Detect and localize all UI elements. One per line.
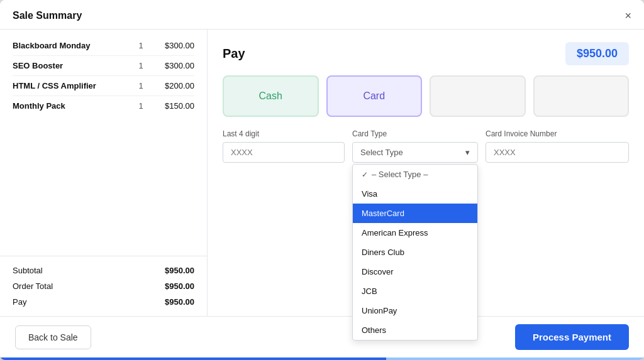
invoice-group: Card Invoice Number <box>486 129 629 163</box>
subtotal-value: $950.00 <box>165 266 194 275</box>
cash-method-button[interactable]: Cash <box>223 75 319 117</box>
cash-label: Cash <box>259 90 282 102</box>
chevron-down-icon: ▾ <box>465 148 470 157</box>
sidebar-footer: Subtotal $950.00 Order Total $950.00 Pay… <box>0 256 207 316</box>
item-qty: 1 <box>131 81 150 90</box>
invoice-label: Card Invoice Number <box>486 129 629 138</box>
pay-title: Pay <box>223 46 245 61</box>
sidebar: Blackboard Monday 1 $300.00 SEO Booster … <box>0 30 208 316</box>
last4-input[interactable] <box>223 142 345 163</box>
table-row: HTML / CSS Amplifier 1 $200.00 <box>13 76 194 96</box>
modal-footer: Back to Sale Process Payment <box>0 316 644 357</box>
item-name: HTML / CSS Amplifier <box>13 81 131 90</box>
item-qty: 1 <box>131 41 150 50</box>
modal-body: Blackboard Monday 1 $300.00 SEO Booster … <box>0 30 644 316</box>
method4-button[interactable] <box>533 75 630 117</box>
order-total-label: Order Total <box>13 281 53 291</box>
invoice-input[interactable] <box>486 142 629 163</box>
item-qty: 1 <box>131 61 150 70</box>
dropdown-item-discover[interactable]: Discover <box>353 262 477 281</box>
cardtype-label: Card Type <box>352 129 478 138</box>
dropdown-item-amex[interactable]: American Express <box>353 223 477 243</box>
subtotal-row: Subtotal $950.00 <box>13 263 194 278</box>
modal: Sale Summary × Blackboard Monday 1 $300.… <box>0 0 644 360</box>
dropdown-item-others[interactable]: Others <box>353 320 477 340</box>
dropdown-item-diners[interactable]: Diners Club <box>353 243 477 262</box>
cardtype-selected-label: Select Type <box>360 148 403 157</box>
dropdown-item-visa[interactable]: Visa <box>353 184 477 204</box>
card-method-button[interactable]: Card <box>326 75 423 117</box>
dropdown-item-mastercard[interactable]: MasterCard <box>353 204 477 223</box>
item-name: Blackboard Monday <box>13 41 131 50</box>
item-name: Monthly Pack <box>13 101 131 111</box>
item-name: SEO Booster <box>13 61 131 70</box>
table-row: Monthly Pack 1 $150.00 <box>13 96 194 116</box>
process-payment-button[interactable]: Process Payment <box>515 324 629 350</box>
pay-summary-label: Pay <box>13 297 26 307</box>
close-button[interactable]: × <box>625 10 631 21</box>
last4-group: Last 4 digit <box>223 129 345 163</box>
card-label: Card <box>363 90 385 102</box>
modal-title: Sale Summary <box>13 10 82 21</box>
order-total-value: $950.00 <box>165 281 194 291</box>
item-price: $150.00 <box>150 101 194 111</box>
pay-header: Pay $950.00 <box>223 42 629 65</box>
dropdown-item-unionpay[interactable]: UnionPay <box>353 301 477 320</box>
item-price: $300.00 <box>150 61 194 70</box>
item-price: $200.00 <box>150 81 194 90</box>
last4-label: Last 4 digit <box>223 129 345 138</box>
dropdown-item-jcb[interactable]: JCB <box>353 281 477 301</box>
pay-row: Pay $950.00 <box>13 294 194 310</box>
pay-summary-value: $950.00 <box>165 297 194 307</box>
cardtype-dropdown: ✓– Select Type –VisaMasterCardAmerican E… <box>352 164 478 341</box>
method3-button[interactable] <box>430 75 526 117</box>
dropdown-item-select[interactable]: ✓– Select Type – <box>353 165 477 184</box>
subtotal-label: Subtotal <box>13 266 43 275</box>
bottom-progress-bar <box>0 357 644 360</box>
table-row: Blackboard Monday 1 $300.00 <box>13 36 194 56</box>
cardtype-group: Card Type Select Type ▾ ✓– Select Type –… <box>352 129 478 163</box>
table-row: SEO Booster 1 $300.00 <box>13 56 194 76</box>
payment-methods: Cash Card <box>223 75 629 117</box>
pay-panel: Pay $950.00 Cash Card Last 4 digit <box>208 30 644 316</box>
card-form: Last 4 digit Card Type Select Type ▾ ✓– … <box>223 129 629 163</box>
sale-items-list: Blackboard Monday 1 $300.00 SEO Booster … <box>0 30 207 256</box>
pay-amount-badge: $950.00 <box>565 42 629 65</box>
checkmark-icon: ✓ <box>362 170 368 179</box>
order-total-row: Order Total $950.00 <box>13 278 194 294</box>
modal-header: Sale Summary × <box>0 0 644 30</box>
back-to-sale-button[interactable]: Back to Sale <box>15 325 91 349</box>
item-qty: 1 <box>131 101 150 111</box>
cardtype-select[interactable]: Select Type ▾ <box>352 142 478 163</box>
item-price: $300.00 <box>150 41 194 50</box>
